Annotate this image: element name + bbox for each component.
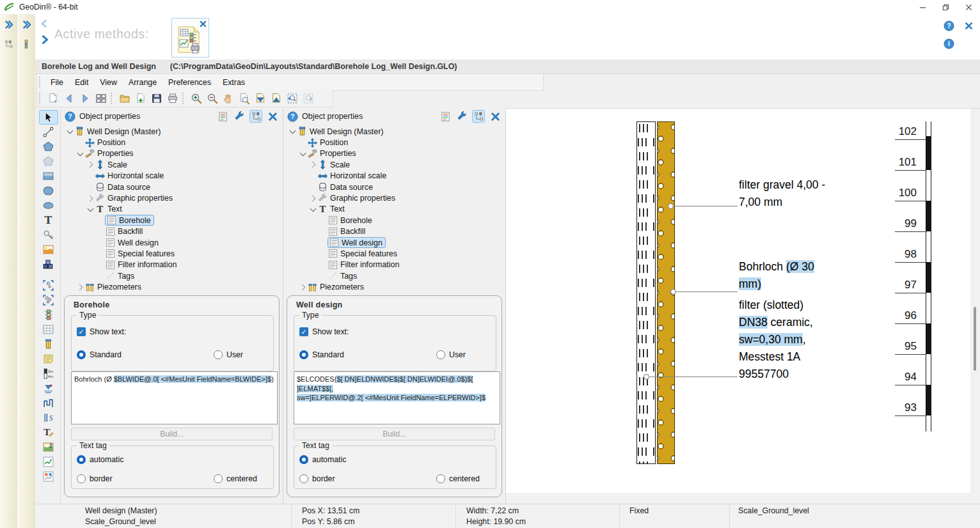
chevron-down-icon[interactable] <box>76 150 84 158</box>
ellipse-tool[interactable] <box>39 183 58 198</box>
page-down-button[interactable] <box>252 91 268 105</box>
depth-scale-ruler[interactable] <box>926 121 931 431</box>
sample-selection-tool[interactable] <box>39 278 58 293</box>
standard-radio[interactable]: Standard <box>77 350 122 359</box>
help-icon[interactable] <box>944 20 954 31</box>
user-radio[interactable]: User <box>214 350 243 359</box>
tree-node-text[interactable]: Text <box>287 204 503 215</box>
image-field-tool[interactable] <box>39 440 58 454</box>
expand-dock-icon[interactable] <box>3 19 14 30</box>
polygon-outline-tool[interactable] <box>39 154 58 169</box>
print-button[interactable] <box>164 91 180 105</box>
tree-node-horizontal-scale[interactable]: Horizontal scale <box>287 171 503 182</box>
menu-edit[interactable]: Edit <box>69 78 94 87</box>
new-layout-button[interactable] <box>45 91 61 105</box>
show-text-checkbox[interactable]: ✓Show text: <box>299 327 349 336</box>
info-icon[interactable] <box>944 38 954 49</box>
filter-slotted-annotation[interactable]: filter (slotted) DN38 ceramic, sw=0,30 m… <box>739 297 813 383</box>
tree-node-properties[interactable]: Properties <box>65 148 280 159</box>
pin-structure-button[interactable] <box>249 110 262 123</box>
polygon-tool[interactable] <box>39 139 58 154</box>
tile-windows-button[interactable] <box>93 91 109 105</box>
tree-node-tags[interactable]: Tags <box>65 270 280 281</box>
standard-radio[interactable]: Standard <box>299 350 344 359</box>
restore-button[interactable] <box>934 0 957 14</box>
tree-node-position[interactable]: Position <box>287 137 503 148</box>
table-tool[interactable] <box>39 322 58 337</box>
line-tool[interactable] <box>39 125 58 139</box>
chevron-right-icon[interactable] <box>76 283 84 291</box>
menu-arrange[interactable]: Arrange <box>123 78 162 87</box>
form-view-button[interactable] <box>216 110 229 123</box>
form-view-button[interactable] <box>439 110 452 123</box>
pin-structure-button[interactable] <box>472 110 485 123</box>
chevron-right-icon[interactable] <box>40 35 50 45</box>
blocks-tool[interactable] <box>39 257 58 272</box>
automatic-radio[interactable]: automatic <box>77 455 123 464</box>
tree-node-horizontal-scale[interactable]: Horizontal scale <box>65 171 280 182</box>
user-radio[interactable]: User <box>436 350 466 359</box>
leader-anchor-dot[interactable] <box>668 203 674 209</box>
menu-file[interactable]: File <box>45 78 69 87</box>
zoom-in-button[interactable] <box>188 91 204 105</box>
forward-button[interactable] <box>77 91 93 105</box>
chevron-right-icon[interactable] <box>309 160 317 169</box>
tree-node-borehole[interactable]: Borehole <box>287 215 503 226</box>
image-tool[interactable] <box>39 242 58 257</box>
help-icon[interactable] <box>65 111 75 122</box>
expand-dock-icon[interactable] <box>21 19 32 30</box>
borehole-format-input[interactable]: Bohrloch (Ø $BLWIDE@.0[ <#MesUnit FieldN… <box>71 371 278 424</box>
chevron-down-icon[interactable] <box>309 205 317 214</box>
help-icon[interactable] <box>287 111 298 122</box>
save-button[interactable] <box>148 91 164 105</box>
back-button[interactable] <box>61 91 77 105</box>
borehole-annotation[interactable]: Bohrloch (Ø 30 mm) <box>739 258 814 293</box>
toolbar-gripper[interactable] <box>111 93 115 104</box>
chevron-down-icon[interactable] <box>288 127 297 136</box>
tree-node-data-source[interactable]: Data source <box>287 182 503 192</box>
zoom-out-button[interactable] <box>204 91 220 105</box>
tree-node-backfill[interactable]: Backfill <box>65 226 280 237</box>
chevron-down-icon[interactable] <box>299 150 307 158</box>
dock-strip-projects[interactable] <box>0 14 18 528</box>
tree-node-backfill[interactable]: Backfill <box>287 226 503 237</box>
profile-tool[interactable] <box>39 396 58 410</box>
key-tool[interactable] <box>39 228 58 242</box>
close-icon[interactable] <box>964 21 974 31</box>
vertical-scrollbar-thumb[interactable] <box>974 307 976 371</box>
chevron-right-icon[interactable] <box>86 194 95 203</box>
tree-node-piezometers[interactable]: Piezometers <box>65 281 280 292</box>
close-button[interactable] <box>957 0 980 14</box>
layout-canvas[interactable]: filter gravel 4,00 - 7,00 mm Bohrloch (Ø… <box>506 108 980 504</box>
close-panel-button[interactable] <box>266 110 279 123</box>
well-design-tool[interactable] <box>39 337 58 352</box>
border-radio[interactable]: border <box>299 474 335 483</box>
zoom-previous-button[interactable] <box>300 91 316 105</box>
tree-node-text[interactable]: Text <box>65 204 280 215</box>
vertical-scrollbar[interactable] <box>970 109 980 493</box>
layer-column-tool[interactable] <box>39 307 58 322</box>
pan-button[interactable] <box>220 91 236 105</box>
automatic-radio[interactable]: automatic <box>299 455 346 464</box>
tools-button[interactable] <box>233 110 246 123</box>
toolbar-gripper[interactable] <box>39 93 43 104</box>
diagram-tool[interactable] <box>39 454 58 469</box>
chevron-right-icon[interactable] <box>86 160 95 169</box>
centered-radio[interactable]: centered <box>436 474 480 483</box>
chevron-right-icon[interactable] <box>309 194 317 203</box>
tree-node-well-design[interactable]: Well design <box>287 237 503 248</box>
tree-node-scale[interactable]: Scale <box>65 159 280 170</box>
tree-node-graphic-properties[interactable]: Graphic properties <box>287 192 503 203</box>
tree-node-special-features[interactable]: Special features <box>65 248 280 259</box>
tree-node-well-design-master[interactable]: Well Design (Master) <box>65 126 280 137</box>
legend-tool[interactable] <box>39 469 58 484</box>
build-button[interactable]: Build... <box>71 428 273 440</box>
select-tool[interactable] <box>39 110 58 125</box>
minimize-button[interactable] <box>911 0 934 14</box>
tree-node-piezometers[interactable]: Piezometers <box>287 281 503 292</box>
multi-sample-tool[interactable] <box>39 293 58 307</box>
leader-anchor-dot[interactable] <box>670 289 676 295</box>
menu-view[interactable]: View <box>94 78 123 87</box>
chevron-down-icon[interactable] <box>86 205 95 214</box>
close-method-icon[interactable] <box>199 20 207 28</box>
